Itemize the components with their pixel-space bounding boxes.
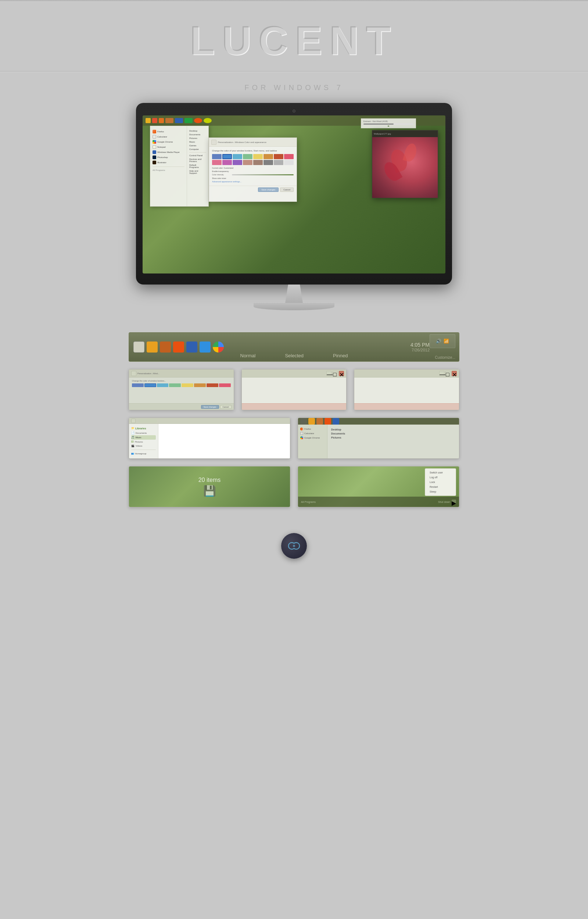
explorer-main-pane <box>158 424 290 459</box>
shutdown-btn-label[interactable]: Shut down <box>438 501 450 503</box>
swatch-1[interactable] <box>212 154 221 159</box>
color-description: Change the color of your window borders,… <box>212 150 294 152</box>
shutdown-sleep[interactable]: Sleep <box>425 489 456 494</box>
svg-point-0 <box>293 545 295 547</box>
sm-calc-icon <box>300 432 303 435</box>
swatch-2[interactable] <box>222 154 232 159</box>
swatch-11[interactable] <box>233 160 242 165</box>
label-pinned: Pinned <box>333 353 348 359</box>
sidebar-documents[interactable]: 📄 Documents <box>131 431 156 435</box>
sm-icon-5 <box>333 418 339 425</box>
color-window-footer: Save changes Cancel <box>209 186 297 193</box>
save-changes-btn[interactable]: Save changes <box>258 187 279 192</box>
swatch-15[interactable] <box>274 160 283 165</box>
bottom-row: 20 items 💾 All Programs Shut down ▶ Swi <box>129 466 459 507</box>
cp-cancel-btn[interactable]: Cancel <box>220 405 231 409</box>
swatch-14[interactable] <box>263 160 273 165</box>
logo-svg <box>285 540 303 551</box>
cp-back-btn[interactable] <box>131 371 136 376</box>
bw1-close-btn[interactable]: ✕ <box>339 371 344 376</box>
shutdown-switch-user[interactable]: Switch user <box>425 470 456 475</box>
logo-circle <box>281 533 307 559</box>
color-picker-screenshot: Personalization › Wind... Change the col… <box>129 369 234 410</box>
taskbar-icon-4 <box>200 341 211 352</box>
all-programs-link[interactable]: All Programs <box>150 168 187 172</box>
shutdown-logoff[interactable]: Log off <box>425 475 456 480</box>
folder-icon-vids: 🎬 <box>131 444 134 447</box>
bw1-max-btn[interactable]: □ <box>333 371 338 376</box>
swatch-6[interactable] <box>263 154 273 159</box>
label-selected: Selected <box>285 353 304 359</box>
swatch-13[interactable] <box>253 160 263 165</box>
ai-icon <box>152 161 156 164</box>
bw1-min-btn[interactable]: — <box>326 371 331 376</box>
menu-divider <box>189 152 206 153</box>
exp-addressbar[interactable] <box>139 419 157 423</box>
advanced-link[interactable]: Advanced appearance settings... <box>212 181 294 183</box>
customize-label[interactable]: Customize... <box>435 355 456 360</box>
sm-desktop[interactable]: Desktop <box>330 428 457 431</box>
bw2-close-btn[interactable]: ✕ <box>452 371 457 376</box>
sidebar-music[interactable]: 🎵 Music <box>131 435 156 440</box>
cp-titlebar: Personalization › Wind... <box>129 370 234 378</box>
sm-calc[interactable]: Calculator <box>298 431 327 436</box>
sidebar-videos[interactable]: 🎬 Videos <box>131 444 156 448</box>
swatch-8[interactable] <box>284 154 294 159</box>
sc-swatch-1[interactable] <box>132 383 144 387</box>
sm-left-panel: Firefox Calculator Google Chrome <box>298 425 328 459</box>
explorer-content: 📁 Libraries 📄 Documents 🎵 Music 🖼 <box>129 424 290 459</box>
shutdown-lock[interactable]: Lock <box>425 480 456 485</box>
transparency-label: Enable transparency <box>212 170 294 173</box>
explorer-titlebar <box>129 418 290 424</box>
sc-swatch-7[interactable] <box>207 383 218 387</box>
photo-title: Wallpaper177.jpg <box>374 133 391 135</box>
sc-swatch-2[interactable] <box>144 383 156 387</box>
shutdown-restart[interactable]: Restart <box>425 485 456 489</box>
bw2-max-btn[interactable]: □ <box>446 371 451 376</box>
sm-pictures[interactable]: Pictures <box>330 436 457 440</box>
subtitle: FOR WINDOWS 7 <box>244 76 344 103</box>
sm-documents[interactable]: Documents <box>330 431 457 436</box>
swatch-4[interactable] <box>243 154 252 159</box>
tb-btn-chrome <box>194 118 202 123</box>
swatch-9[interactable] <box>212 160 221 165</box>
cancel-btn[interactable]: Cancel <box>280 187 294 192</box>
sc-swatch-4[interactable] <box>169 383 181 387</box>
sc-swatch-3[interactable] <box>157 383 169 387</box>
bw2-min-btn[interactable]: — <box>439 371 444 376</box>
taskbar-clock: 4:05 PM 7/26/2012 <box>410 342 430 352</box>
swatch-5[interactable] <box>253 154 263 159</box>
title-section: LUCENT <box>0 2 588 67</box>
color-intensity-slider[interactable] <box>232 174 294 175</box>
swatch-16[interactable] <box>284 160 294 165</box>
sm-chrome[interactable]: Google Chrome <box>298 436 327 440</box>
exp-back-btn[interactable] <box>131 419 136 423</box>
logo-section <box>281 533 307 559</box>
sc-swatch-5[interactable] <box>181 383 193 387</box>
swatch-7[interactable] <box>274 154 283 159</box>
sc-swatch-8[interactable] <box>219 383 231 387</box>
sc-swatch-6[interactable] <box>194 383 206 387</box>
monitor-stand-neck <box>279 284 309 303</box>
folder-icon-music: 🎵 <box>131 436 134 439</box>
blank-window-2: — □ ✕ <box>354 369 459 410</box>
sidebar-homegroup[interactable]: 👥 Homegroup <box>131 451 156 455</box>
shutdown-arrow[interactable]: ▶ <box>452 499 456 504</box>
all-programs-label: All Programs <box>301 501 316 503</box>
cp-bg: Personalization › Wind... Change the col… <box>129 370 234 410</box>
sidebar-pictures[interactable]: 🖼 Pictures <box>131 440 156 444</box>
libraries-folder-icon: 📁 <box>131 427 134 430</box>
win-nav-back[interactable] <box>211 140 216 145</box>
menu-right-computer: Computer <box>187 147 208 151</box>
swatch-12[interactable] <box>243 160 252 165</box>
swatch-3[interactable] <box>233 154 242 159</box>
swatch-10[interactable] <box>222 160 232 165</box>
sm-start-icon <box>300 418 307 425</box>
taskbar-icon-chrome <box>213 341 224 352</box>
monitor-camera <box>292 110 296 113</box>
firefox-icon <box>152 130 156 133</box>
chrome-icon <box>152 140 156 144</box>
cp-save-btn[interactable]: Save changes <box>201 405 219 409</box>
tb-btn-chrome2 <box>204 118 212 123</box>
sm-firefox[interactable]: Firefox <box>298 427 327 431</box>
